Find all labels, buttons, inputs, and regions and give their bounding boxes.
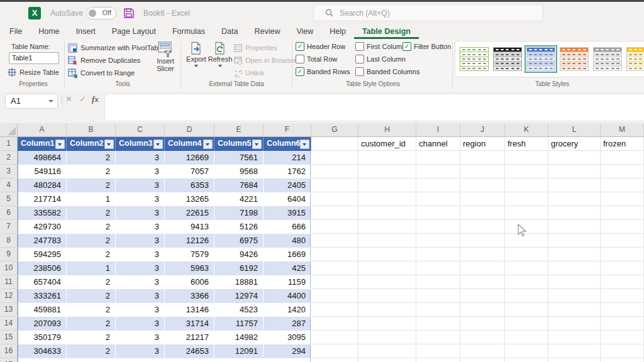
cell-E9[interactable]: 9426: [214, 248, 264, 261]
cell-H6[interactable]: [358, 206, 416, 220]
column-header-I[interactable]: I: [416, 123, 460, 137]
tab-page-layout[interactable]: Page Layout: [104, 25, 164, 39]
cell-M8[interactable]: [601, 234, 644, 248]
cell-G9[interactable]: [311, 248, 358, 261]
cell-I8[interactable]: [416, 234, 460, 248]
cell-G14[interactable]: [311, 317, 358, 331]
cell-I16[interactable]: [416, 344, 460, 358]
cell-E1[interactable]: Column5: [214, 137, 264, 151]
row-header-9[interactable]: 9: [0, 248, 18, 261]
cell-B5[interactable]: 1: [67, 192, 116, 206]
cell-H9[interactable]: [358, 248, 416, 261]
excel-app-icon[interactable]: X: [28, 7, 41, 19]
cell-B2[interactable]: 2: [67, 151, 116, 165]
autosave-toggle[interactable]: Off: [86, 7, 116, 19]
tab-insert[interactable]: Insert: [68, 25, 104, 39]
enter-icon[interactable]: ✓: [79, 94, 86, 104]
cell-E5[interactable]: 4221: [214, 192, 264, 206]
cell-L1[interactable]: grocery: [548, 137, 601, 151]
cell-K15[interactable]: [505, 331, 548, 344]
cell-L10[interactable]: [548, 261, 601, 275]
checkbox-box-first-column[interactable]: [355, 42, 364, 51]
insert-function-icon[interactable]: fx: [92, 94, 99, 104]
cell-I15[interactable]: [416, 331, 460, 344]
cell-J13[interactable]: [460, 303, 505, 317]
cell-E17[interactable]: 8234: [214, 358, 264, 362]
cell-I12[interactable]: [416, 289, 460, 303]
checkbox-banded-rows[interactable]: ✓Banded Rows: [296, 67, 350, 76]
cell-J17[interactable]: [460, 358, 505, 362]
cell-J8[interactable]: [460, 234, 505, 248]
refresh-button[interactable]: Refresh: [208, 41, 233, 67]
cell-D14[interactable]: 31714: [165, 317, 214, 331]
insert-slicer-button[interactable]: Insert Slicer: [153, 41, 178, 72]
checkbox-box-total-row[interactable]: [296, 55, 304, 63]
column-header-D[interactable]: D: [165, 123, 214, 137]
cell-G6[interactable]: [311, 206, 358, 220]
cell-M5[interactable]: [601, 192, 644, 206]
summarize-with-pivottable-button[interactable]: Summarize with PivotTable: [68, 42, 164, 53]
cell-M1[interactable]: frozen: [601, 137, 644, 151]
cell-D16[interactable]: 24653: [165, 344, 214, 358]
checkbox-box-banded-rows[interactable]: ✓: [296, 67, 304, 76]
cell-F7[interactable]: 666: [264, 220, 311, 234]
cell-E8[interactable]: 6975: [214, 234, 264, 248]
cell-D10[interactable]: 5963: [165, 261, 214, 275]
checkbox-total-row[interactable]: Total Row: [296, 55, 337, 63]
cell-E3[interactable]: 9568: [214, 165, 264, 178]
cell-I9[interactable]: [416, 248, 460, 261]
cell-L13[interactable]: [548, 303, 601, 317]
cell-D6[interactable]: 22615: [165, 206, 214, 220]
table-name-input[interactable]: Table1: [9, 52, 59, 64]
cell-G3[interactable]: [311, 165, 358, 178]
cell-J5[interactable]: [460, 192, 505, 206]
cell-H13[interactable]: [358, 303, 416, 317]
cell-J11[interactable]: [460, 275, 505, 289]
cell-C11[interactable]: 3: [116, 275, 165, 289]
cell-K11[interactable]: [505, 275, 548, 289]
column-header-C[interactable]: C: [116, 123, 165, 137]
cell-J1[interactable]: region: [460, 137, 505, 151]
cell-I3[interactable]: [416, 165, 460, 178]
cell-M6[interactable]: [601, 206, 644, 220]
cell-M13[interactable]: [601, 303, 644, 317]
cell-A12[interactable]: 333261: [18, 289, 67, 303]
cell-F2[interactable]: 214: [264, 151, 311, 165]
table-style-swatch-dark-black[interactable]: [493, 47, 522, 71]
tab-table-design[interactable]: Table Design: [354, 25, 419, 39]
cell-H17[interactable]: [358, 358, 416, 362]
filter-button-column5[interactable]: [252, 140, 262, 149]
cell-M14[interactable]: [601, 317, 644, 331]
row-header-3[interactable]: 3: [0, 165, 18, 178]
cell-H15[interactable]: [358, 331, 416, 344]
row-header-10[interactable]: 10: [0, 261, 18, 275]
cell-A5[interactable]: 217714: [18, 192, 67, 206]
cell-F16[interactable]: 294: [264, 344, 311, 358]
cell-E14[interactable]: 11757: [214, 317, 264, 331]
cell-B11[interactable]: 2: [67, 275, 116, 289]
tab-file[interactable]: File: [1, 25, 30, 39]
save-icon[interactable]: [123, 7, 135, 22]
cell-J6[interactable]: [460, 206, 505, 220]
cell-C9[interactable]: 3: [116, 248, 165, 261]
cell-A1[interactable]: Column1: [18, 137, 67, 151]
tab-help[interactable]: Help: [321, 25, 354, 39]
cell-L5[interactable]: [548, 192, 601, 206]
row-header-5[interactable]: 5: [0, 192, 18, 206]
cell-M16[interactable]: [601, 344, 644, 358]
cell-C8[interactable]: 3: [116, 234, 165, 248]
cell-B14[interactable]: 2: [67, 317, 116, 331]
cell-L6[interactable]: [548, 206, 601, 220]
cell-D4[interactable]: 6353: [165, 178, 214, 192]
row-header-4[interactable]: 4: [0, 178, 18, 192]
cell-E7[interactable]: 5126: [214, 220, 264, 234]
cell-E15[interactable]: 14982: [214, 331, 264, 344]
cell-L17[interactable]: [548, 358, 601, 362]
cell-F4[interactable]: 2405: [264, 178, 311, 192]
cell-L16[interactable]: [548, 344, 601, 358]
cell-A14[interactable]: 207093: [18, 317, 67, 331]
cell-M4[interactable]: [601, 178, 644, 192]
cell-H7[interactable]: [358, 220, 416, 234]
cell-L4[interactable]: [548, 178, 601, 192]
cell-A3[interactable]: 549116: [18, 165, 67, 178]
